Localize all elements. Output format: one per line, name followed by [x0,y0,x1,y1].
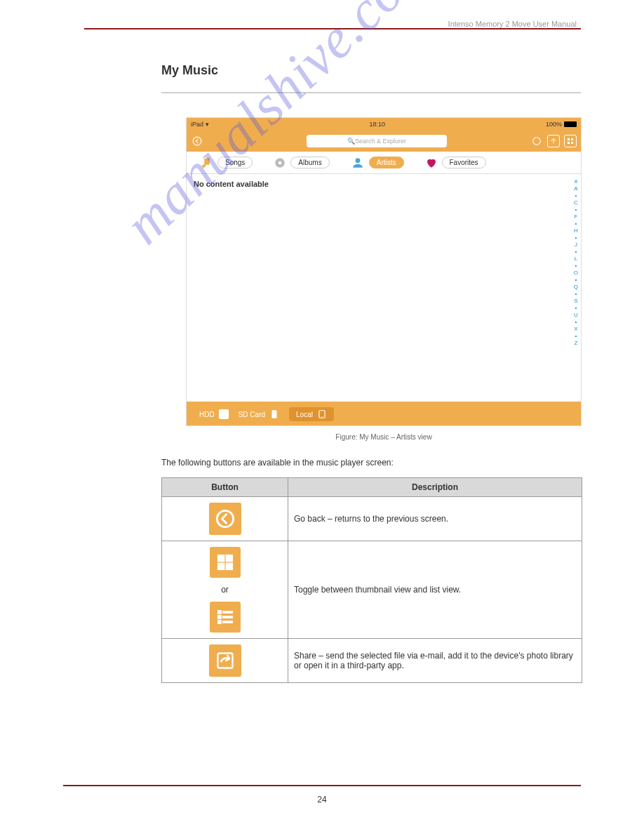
share-button-icon [209,644,241,677]
svg-point-0 [193,137,201,145]
battery-icon [564,121,577,127]
share-icon[interactable] [547,135,560,147]
status-time: 18:10 [369,121,385,128]
svg-rect-12 [226,555,232,562]
music-note-icon [201,157,213,169]
svg-point-1 [533,138,541,145]
artist-icon [351,156,365,170]
svg-point-10 [217,510,233,527]
status-bar: iPad ▾ 18:10 100% [187,118,581,131]
table-cell-description: Share – send the selected file via e-mai… [288,639,582,683]
search-input[interactable]: 🔍 Search & Explorer [307,135,447,147]
table-row: Share – send the selected file via e-mai… [162,639,582,683]
tab-songs[interactable]: Songs [201,157,253,169]
grid-view-icon[interactable] [564,135,577,147]
svg-rect-2 [568,138,570,140]
storage-bottom-bar: HDD SD Card Local [187,402,581,426]
table-cell-description: Go back – returns to the previous screen… [288,497,582,541]
storage-sdcard[interactable]: SD Card [239,409,279,419]
bottom-horizontal-rule [63,785,581,786]
tab-favorites[interactable]: Favorites [425,157,486,169]
storage-local[interactable]: Local [289,407,334,421]
svg-rect-11 [217,555,224,562]
svg-rect-19 [217,621,221,624]
description-paragraph: The following buttons are available in t… [161,458,561,468]
heart-icon [425,157,438,169]
cd-icon [274,157,286,169]
page-number: 24 [0,795,644,805]
alphabet-index[interactable]: #A•C•F•H•J•L•O•Q•S•U•X•Z [574,178,578,347]
svg-rect-14 [226,563,232,569]
tab-albums[interactable]: Albums [274,157,329,169]
svg-rect-3 [571,138,573,140]
table-row: Go back – returns to the previous screen… [162,497,582,541]
back-button-icon [209,503,241,535]
battery-label: 100% [546,121,562,128]
top-horizontal-rule [84,28,581,29]
svg-point-9 [321,416,322,417]
nav-bar: 🔍 Search & Explorer [187,131,581,152]
thumbnail-view-icon [210,547,241,578]
empty-state-text: No content available [194,180,269,188]
button-description-table: Button Description Go back – returns to … [161,477,582,683]
back-icon[interactable] [191,135,203,147]
hdd-icon [219,409,229,419]
table-cell-description: Toggle between thumbnail view and list v… [288,541,582,639]
section-divider [161,92,581,93]
table-header-description: Description [288,478,582,497]
storage-hdd[interactable]: HDD [199,409,229,419]
svg-rect-5 [571,142,573,144]
device-label: iPad ▾ [191,121,209,128]
header-product-label: Intenso Memory 2 Move User Manual [448,20,577,28]
figure-caption: Figure: My Music – Artists view [186,433,582,441]
table-row: or Toggle between thumbnail view and lis… [162,541,582,639]
or-label: or [221,585,229,595]
section-title: My Music [161,63,581,78]
svg-rect-4 [568,142,570,144]
content-area: No content available #A•C•F•H•J•L•O•Q•S•… [187,174,581,402]
svg-rect-13 [217,563,224,569]
now-playing-icon[interactable] [530,135,543,147]
table-header-button: Button [162,478,288,497]
svg-rect-18 [222,616,232,618]
sdcard-icon [269,409,279,419]
svg-rect-20 [222,621,232,623]
svg-rect-17 [217,616,221,619]
svg-point-7 [279,161,282,164]
tab-artists[interactable]: Artists [351,156,404,170]
svg-rect-15 [217,611,221,614]
category-tabs: Songs Albums Artists Favorites [187,152,581,174]
list-view-icon [210,602,241,633]
tablet-icon [317,409,327,419]
app-screenshot: iPad ▾ 18:10 100% 🔍 Search & Explorer [186,117,582,426]
svg-rect-16 [222,611,232,613]
